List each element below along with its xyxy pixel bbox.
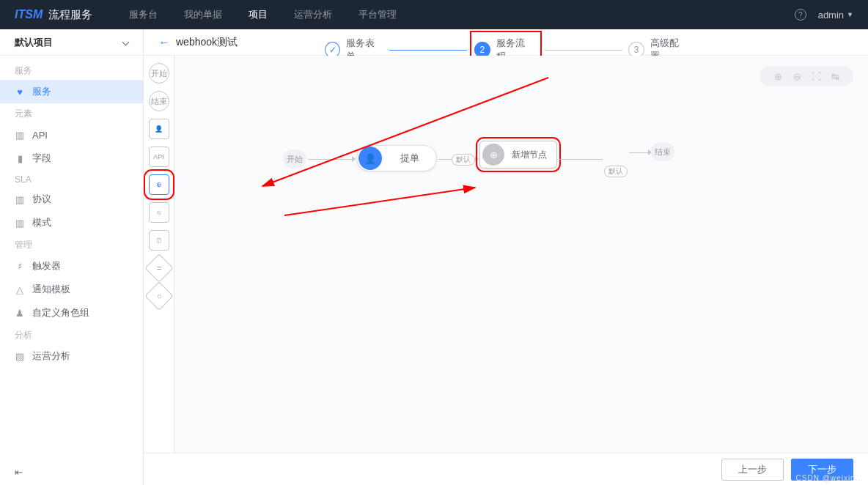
flow-canvas[interactable]: ⊕ ⊖ ⛶ ↹ 开始 👤 提单 默认 ⊕ 新增节点 默认 结束 xyxy=(174,56,868,453)
flow-edge-label[interactable]: 默认 xyxy=(452,154,475,166)
side-group-element: 元素 xyxy=(0,103,143,123)
breadcrumb: ← webhook测试 ✓ 服务表单 2 服务流程 3 高级配置 xyxy=(144,29,868,56)
zoom-in-icon[interactable]: ⊕ xyxy=(768,70,787,83)
mode-icon: ▥ xyxy=(15,218,25,229)
side-group-manage: 管理 xyxy=(0,234,143,254)
palette-person-node[interactable]: 👤 xyxy=(149,119,169,139)
nav-platform[interactable]: 平台管理 xyxy=(358,8,397,21)
flow-edge xyxy=(629,152,650,153)
sidebar-item-label: 字段 xyxy=(32,152,51,165)
flow-node-label: 提单 xyxy=(383,152,436,165)
chart-icon: ▨ xyxy=(15,351,25,362)
side-group-service: 服务 xyxy=(0,60,143,80)
flow-submit-node[interactable]: 👤 提单 xyxy=(356,145,437,171)
user-name: admin xyxy=(818,10,844,21)
footer-actions: 上一步 下一步 xyxy=(144,453,868,485)
api-icon: ▥ xyxy=(15,130,25,141)
step-line xyxy=(389,50,468,51)
sidebar-item-label: 通知模板 xyxy=(32,283,70,296)
flow-new-node[interactable]: ⊕ 新增节点 xyxy=(479,141,557,169)
flow-edge xyxy=(308,159,353,160)
palette-api-node[interactable]: API xyxy=(149,147,169,167)
sidebar-item-sla[interactable]: ▥协议 xyxy=(0,188,143,211)
bell-icon: △ xyxy=(15,284,25,295)
nav-my-tickets[interactable]: 我的单据 xyxy=(184,8,222,21)
main-content: ← webhook测试 ✓ 服务表单 2 服务流程 3 高级配置 开始 结束 👤… xyxy=(144,29,868,485)
palette-webhook-node[interactable]: ⊕ xyxy=(149,174,169,195)
trigger-icon: ♯ xyxy=(15,261,25,272)
top-nav: 服务台 我的单据 项目 运营分析 平台管理 xyxy=(129,8,397,21)
logo-label: 流程服务 xyxy=(48,8,92,22)
flow-arrow-icon xyxy=(475,156,479,162)
palette-cond-node[interactable]: ○ xyxy=(144,281,174,311)
sidebar-item-mode[interactable]: ▥模式 xyxy=(0,211,143,234)
layout-icon[interactable]: ↹ xyxy=(825,70,845,83)
svg-line-1 xyxy=(284,188,475,215)
project-name: 默认项目 xyxy=(15,36,53,49)
canvas-toolbar: ⊕ ⊖ ⛶ ↹ xyxy=(760,66,853,86)
globe-icon: ⊕ xyxy=(482,144,504,166)
side-group-sla: SLA xyxy=(0,170,143,188)
sidebar-item-notify[interactable]: △通知模板 xyxy=(0,278,143,301)
sidebar-item-label: 模式 xyxy=(32,216,51,229)
nav-analysis[interactable]: 运营分析 xyxy=(294,8,332,21)
palette-approve-node[interactable]: ⍰ xyxy=(149,230,169,251)
equal-icon: = xyxy=(156,264,161,273)
annotation-arrows xyxy=(174,56,868,349)
palette-equal-node[interactable]: = xyxy=(144,253,174,283)
sidebar-item-label: 协议 xyxy=(32,193,51,206)
help-icon[interactable]: ? xyxy=(795,9,806,21)
person-icon: 👤 xyxy=(358,147,382,170)
role-icon: ♟ xyxy=(15,308,25,319)
sidebar-item-api[interactable]: ▥API xyxy=(0,123,143,147)
user-menu[interactable]: admin ▼ xyxy=(818,10,853,21)
sidebar-item-analysis[interactable]: ▨运营分析 xyxy=(0,344,143,368)
logo-brand: ITSM xyxy=(15,8,43,21)
palette-end-node[interactable]: 结束 xyxy=(149,91,169,111)
palette-branch-node[interactable]: ⎋ xyxy=(149,202,169,223)
chevron-down-icon: ▼ xyxy=(847,11,853,18)
sidebar-item-label: 自定义角色组 xyxy=(32,306,89,319)
side-group-analysis: 分析 xyxy=(0,325,143,344)
node-palette: 开始 结束 👤 API ⊕ ⎋ ⍰ = ○ xyxy=(144,56,174,453)
sidebar-item-service[interactable]: ♥服务 xyxy=(0,80,143,103)
project-selector[interactable]: 默认项目 xyxy=(0,29,143,56)
sidebar-item-label: 运营分析 xyxy=(32,349,70,363)
nav-project[interactable]: 项目 xyxy=(249,8,268,21)
page-title: webhook测试 xyxy=(176,36,238,49)
flow-edge xyxy=(559,159,603,160)
sidebar-item-label: 服务 xyxy=(32,85,51,98)
flow-edge-label[interactable]: 默认 xyxy=(604,166,628,177)
sidebar-item-role[interactable]: ♟自定义角色组 xyxy=(0,301,143,325)
heart-icon: ♥ xyxy=(15,86,25,97)
sidebar: 默认项目 服务 ♥服务 元素 ▥API ▮字段 SLA ▥协议 ▥模式 管理 ♯… xyxy=(0,29,144,485)
circle-icon: ○ xyxy=(156,292,161,300)
sidebar-item-label: 触发器 xyxy=(32,259,61,273)
sidebar-item-trigger[interactable]: ♯触发器 xyxy=(0,254,143,278)
flow-arrow-icon xyxy=(352,156,356,162)
nav-service-desk[interactable]: 服务台 xyxy=(129,8,158,21)
flow-node-label: 新增节点 xyxy=(504,149,554,161)
palette-start-node[interactable]: 开始 xyxy=(149,63,169,84)
branch-icon: ⎋ xyxy=(157,209,161,216)
prev-button[interactable]: 上一步 xyxy=(721,459,784,481)
zoom-out-icon[interactable]: ⊖ xyxy=(787,70,806,83)
flow-start-node[interactable]: 开始 xyxy=(283,149,306,169)
flow-end-node[interactable]: 结束 xyxy=(651,142,674,161)
sidebar-collapse-button[interactable]: ⇤ xyxy=(15,467,23,478)
chevron-down-icon xyxy=(122,39,130,46)
step-line xyxy=(545,50,623,51)
sidebar-item-field[interactable]: ▮字段 xyxy=(0,147,143,170)
flow-edge xyxy=(438,159,452,160)
person-icon: 👤 xyxy=(155,125,163,133)
watermark: CSDN @weixin... xyxy=(796,474,864,482)
fullscreen-icon[interactable]: ⛶ xyxy=(806,70,825,83)
approve-icon: ⍰ xyxy=(157,237,161,244)
field-icon: ▮ xyxy=(15,153,25,164)
globe-icon: ⊕ xyxy=(156,181,162,188)
app-header: ITSM 流程服务 服务台 我的单据 项目 运营分析 平台管理 ? admin … xyxy=(0,0,868,29)
sla-icon: ▥ xyxy=(15,194,25,205)
logo: ITSM 流程服务 xyxy=(15,8,92,22)
sidebar-item-label: API xyxy=(32,130,48,141)
back-arrow-icon[interactable]: ← xyxy=(158,36,170,49)
